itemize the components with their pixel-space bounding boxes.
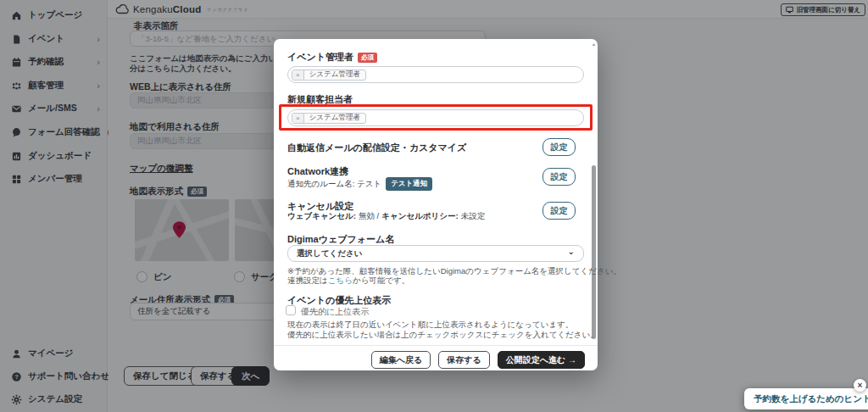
chip-remove-icon[interactable]: × [292, 114, 304, 123]
cancel-policy-label: キャンセルポリシー: [381, 211, 458, 222]
publish-settings-button[interactable]: 公開設定へ進む → [498, 351, 585, 369]
chip-remove-icon[interactable]: × [292, 70, 304, 80]
manager-chip: × システム管理者 [292, 113, 366, 124]
cancel-settings-button[interactable]: 設定 [542, 202, 576, 220]
cancel-status-row: ウェブキャンセル: 無効 / キャンセルポリシー: 未設定 [287, 211, 485, 222]
digima-link[interactable]: こちら [328, 276, 353, 285]
cancel-policy-value: 未設定 [461, 211, 486, 222]
scrollbar-up-icon[interactable]: ▲ [592, 42, 596, 47]
chatwork-settings-button[interactable]: 設定 [542, 168, 576, 186]
digima-select[interactable]: 選択してください ⌄ [287, 245, 584, 262]
priority-label: イベントの優先上位表示 [287, 294, 391, 307]
auto-reply-settings-button[interactable]: 設定 [542, 138, 576, 156]
back-to-edit-button[interactable]: 編集へ戻る [371, 351, 431, 369]
priority-checkbox[interactable] [286, 305, 296, 315]
new-customer-label: 新規顧客担当者 [287, 93, 353, 106]
event-manager-label-row: イベント管理者必須 [287, 51, 377, 64]
chip-label: システム管理者 [304, 114, 365, 123]
booking-hint-label: 予約数を上げるためのヒント [754, 393, 868, 405]
digima-link-row: 連携設定はこちらから可能です。 [287, 276, 409, 287]
manager-chip: × システム管理者 [292, 70, 366, 81]
event-settings-modal: ▲ イベント管理者必須 × システム管理者 新規顧客担当者 × システム管理者 … [274, 39, 598, 370]
web-cancel-label: ウェブキャンセル: [287, 211, 356, 222]
event-manager-label: イベント管理者 [287, 52, 353, 62]
modal-scrollbar-thumb[interactable] [592, 165, 596, 339]
chatwork-room-text: 通知先のルーム名: テスト [287, 179, 381, 190]
web-cancel-value: 無効 / [359, 211, 379, 222]
auto-reply-label: 自動返信メールの配信設定・カスタマイズ [287, 142, 466, 154]
modal-save-button[interactable]: 保存する [438, 351, 489, 369]
app-root: トップページ イベント › 予約確認 › 顧客管理 › メール/SMS › フォ… [0, 0, 868, 412]
modal-footer: 編集へ戻る 保存する 公開設定へ進む → [371, 351, 585, 369]
digima-select-value: 選択してください [297, 248, 362, 259]
chevron-down-icon: ⌄ [568, 247, 575, 256]
test-notify-badge: テスト通知 [386, 177, 432, 191]
required-badge: 必須 [358, 53, 377, 63]
chatwork-room-row: 通知先のルーム名: テスト テスト通知 [287, 177, 432, 191]
chip-label: システム管理者 [304, 70, 365, 80]
digima-label: Digimaウェブフォーム名 [287, 233, 394, 246]
chatwork-label: Chatwork連携 [287, 165, 348, 178]
footer-divider [274, 345, 598, 346]
booking-hint-button[interactable]: 予約数を上げるためのヒント ? [744, 388, 868, 409]
priority-note2: 優先的に上位表示したい場合は上のチェックボックスにチェックを入れてください。 [287, 330, 598, 341]
event-manager-input[interactable]: × システム管理者 [287, 66, 584, 83]
priority-checkbox-label: 優先的に上位表示 [301, 306, 369, 318]
hint-close-button[interactable]: × [854, 379, 866, 392]
new-customer-input[interactable]: × システム管理者 [287, 109, 584, 126]
